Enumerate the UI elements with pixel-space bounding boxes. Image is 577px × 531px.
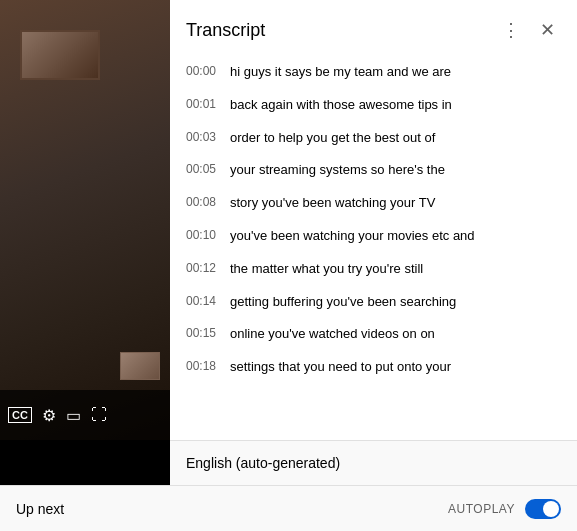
transcript-text: back again with those awesome tips in <box>230 95 452 116</box>
autoplay-toggle[interactable] <box>525 499 561 519</box>
timestamp: 00:00 <box>186 62 218 78</box>
timestamp: 00:12 <box>186 259 218 275</box>
fullscreen-icon[interactable]: ⛶ <box>91 406 107 424</box>
transcript-item[interactable]: 00:08story you've been watching your TV <box>170 187 577 220</box>
language-label: English (auto-generated) <box>186 455 340 471</box>
timestamp: 00:03 <box>186 128 218 144</box>
header-icons: ⋮ ✕ <box>497 16 561 44</box>
transcript-text: online you've watched videos on on <box>230 324 435 345</box>
close-button[interactable]: ✕ <box>533 16 561 44</box>
transcript-text: hi guys it says be my team and we are <box>230 62 451 83</box>
more-options-button[interactable]: ⋮ <box>497 16 525 44</box>
timestamp: 00:08 <box>186 193 218 209</box>
transcript-text: settings that you need to put onto your <box>230 357 451 378</box>
transcript-item[interactable]: 00:14getting buffering you've been searc… <box>170 286 577 319</box>
language-footer[interactable]: English (auto-generated) <box>170 440 577 485</box>
transcript-panel: Transcript ⋮ ✕ 00:00hi guys it says be m… <box>170 0 577 485</box>
transcript-text: the matter what you try you're still <box>230 259 423 280</box>
video-thumbnail <box>120 352 160 380</box>
timestamp: 00:05 <box>186 160 218 176</box>
settings-icon[interactable]: ⚙ <box>42 406 56 425</box>
autoplay-label: AUTOPLAY <box>448 502 515 516</box>
transcript-item[interactable]: 00:12the matter what you try you're stil… <box>170 253 577 286</box>
timestamp: 00:15 <box>186 324 218 340</box>
transcript-item[interactable]: 00:05your streaming systems so here's th… <box>170 154 577 187</box>
transcript-header: Transcript ⋮ ✕ <box>170 0 577 56</box>
cc-button[interactable]: CC <box>8 407 32 423</box>
wall-art <box>20 30 100 80</box>
transcript-item[interactable]: 00:03order to help you get the best out … <box>170 122 577 155</box>
transcript-title: Transcript <box>186 20 497 41</box>
timestamp: 00:10 <box>186 226 218 242</box>
video-background <box>0 0 170 440</box>
transcript-item[interactable]: 00:18settings that you need to put onto … <box>170 351 577 384</box>
transcript-item[interactable]: 00:10you've been watching your movies et… <box>170 220 577 253</box>
transcript-text: order to help you get the best out of <box>230 128 435 149</box>
transcript-text: getting buffering you've been searching <box>230 292 456 313</box>
transcript-text: story you've been watching your TV <box>230 193 435 214</box>
transcript-text: your streaming systems so here's the <box>230 160 445 181</box>
transcript-list: 00:00hi guys it says be my team and we a… <box>170 56 577 440</box>
timestamp: 00:18 <box>186 357 218 373</box>
transcript-item[interactable]: 00:01back again with those awesome tips … <box>170 89 577 122</box>
transcript-item[interactable]: 00:00hi guys it says be my team and we a… <box>170 56 577 89</box>
timestamp: 00:01 <box>186 95 218 111</box>
timestamp: 00:14 <box>186 292 218 308</box>
toggle-knob <box>543 501 559 517</box>
transcript-item[interactable]: 00:15online you've watched videos on on <box>170 318 577 351</box>
bottom-bar: Up next AUTOPLAY <box>0 485 577 531</box>
video-panel: CC ⚙ ▭ ⛶ <box>0 0 170 440</box>
mini-player-icon[interactable]: ▭ <box>66 406 81 425</box>
video-controls: CC ⚙ ▭ ⛶ <box>0 390 170 440</box>
transcript-text: you've been watching your movies etc and <box>230 226 475 247</box>
up-next-label: Up next <box>16 501 448 517</box>
